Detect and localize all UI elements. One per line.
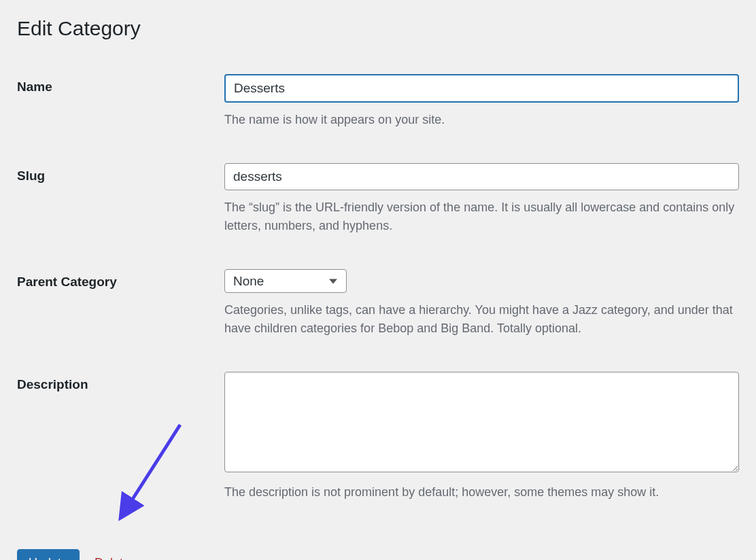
slug-input[interactable]: [224, 163, 739, 190]
name-help: The name is how it appears on your site.: [224, 111, 739, 129]
parent-select[interactable]: None: [224, 269, 347, 293]
slug-help: The “slug” is the URL-friendly version o…: [224, 198, 739, 235]
parent-label: Parent Category: [17, 275, 117, 289]
slug-label: Slug: [17, 169, 45, 183]
parent-help: Categories, unlike tags, can have a hier…: [224, 301, 739, 338]
description-label: Description: [17, 377, 88, 391]
description-textarea[interactable]: [224, 372, 739, 472]
description-help: The description is not prominent by defa…: [224, 483, 739, 502]
name-label: Name: [17, 80, 52, 94]
name-input[interactable]: [224, 74, 739, 103]
page-title: Edit Category: [17, 17, 739, 40]
update-button[interactable]: Update: [17, 549, 80, 560]
delete-link[interactable]: Delete: [94, 556, 130, 560]
